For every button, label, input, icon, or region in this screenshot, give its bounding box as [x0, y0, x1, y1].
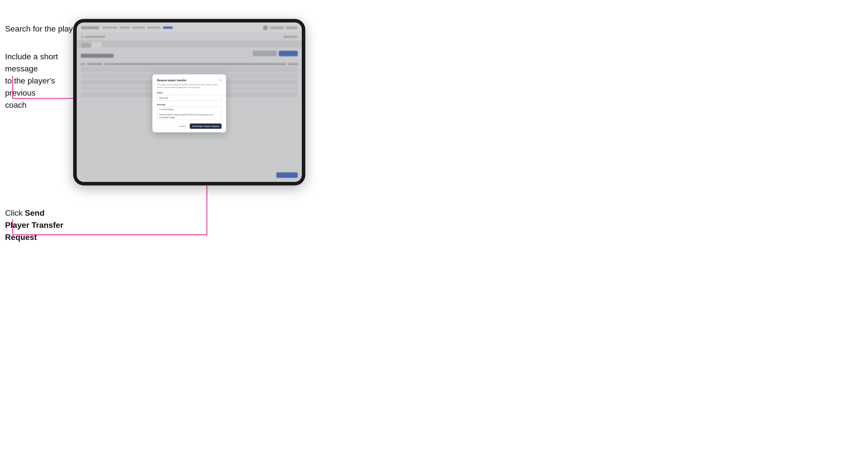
annotation-search: Search for the player.: [5, 23, 82, 35]
tablet-device: Request player transfer × If the player …: [73, 19, 305, 185]
annotation-message: Include a short message to the player's …: [5, 51, 76, 111]
modal-title: Request player transfer: [157, 79, 186, 82]
annotation-click: Click Send Player Transfer Request: [5, 207, 71, 243]
player-label: Player: [157, 92, 221, 94]
modal-header: Request player transfer ×: [157, 79, 221, 82]
modal-description: If the player is transferring from anoth…: [157, 84, 221, 89]
close-icon[interactable]: ×: [219, 79, 221, 82]
player-input[interactable]: [157, 95, 221, 101]
send-transfer-request-button[interactable]: Send Player Transfer Request: [190, 124, 221, 129]
modal-footer: Cancel Send Player Transfer Request: [157, 124, 221, 129]
message-textarea[interactable]: Hi Coach McHarg, Please accept this tran…: [157, 107, 221, 120]
modal-dialog: Request player transfer × If the player …: [152, 74, 226, 132]
message-label: Message: [157, 103, 221, 106]
tablet-screen: Request player transfer × If the player …: [77, 23, 302, 182]
cancel-button[interactable]: Cancel: [178, 124, 187, 128]
